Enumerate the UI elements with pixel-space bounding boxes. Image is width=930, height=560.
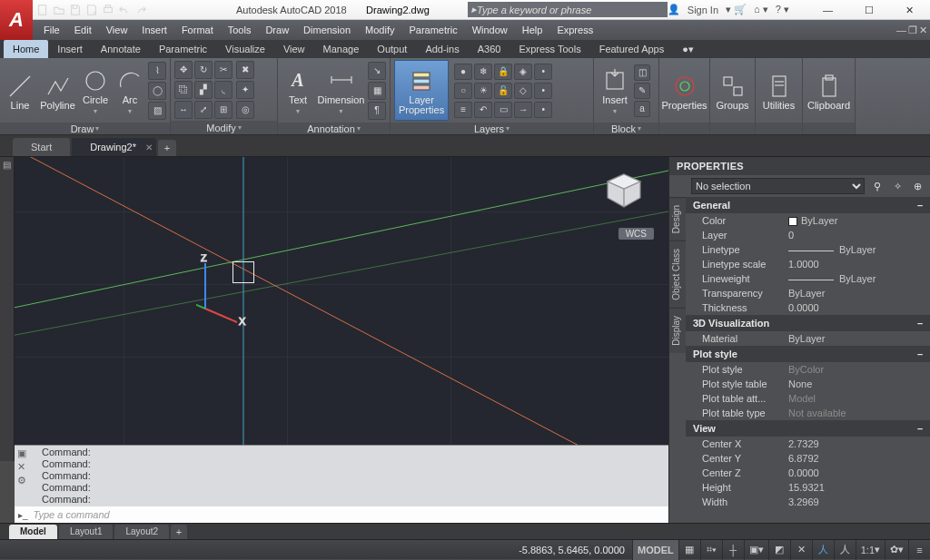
prop-row-width[interactable]: Width3.2969 <box>686 495 930 509</box>
save-icon[interactable] <box>67 2 84 18</box>
ribbon-tab-visualize[interactable]: Visualize <box>216 40 274 58</box>
doc-restore[interactable]: ❐ <box>908 25 917 36</box>
stretch-icon[interactable]: ↔ <box>174 101 193 119</box>
tool-ellipse-icon[interactable]: ◯ <box>148 82 166 100</box>
ribbon-tab-annotate[interactable]: Annotate <box>92 40 150 58</box>
layer-uniso-icon[interactable]: ◇ <box>514 83 532 99</box>
tool-spline-icon[interactable]: ⌇ <box>148 62 166 80</box>
text-button[interactable]: AText▼ <box>282 60 314 121</box>
prop-row-height[interactable]: Height15.9321 <box>686 480 930 495</box>
ribbon-tab-add-ins[interactable]: Add-ins <box>416 40 468 58</box>
prop-row-thickness[interactable]: Thickness0.0000 <box>686 300 930 315</box>
layer-more3-icon[interactable]: • <box>534 102 552 118</box>
ribbon-tab-manage[interactable]: Manage <box>314 40 369 58</box>
signin-icon[interactable]: 👤 <box>668 4 680 15</box>
create-block-icon[interactable]: ◫ <box>634 64 650 81</box>
utilities-button[interactable]: Utilities <box>759 60 798 121</box>
ribbon-tab-express-tools[interactable]: Express Tools <box>510 40 589 58</box>
prop-row-layer[interactable]: Layer0 <box>686 228 930 242</box>
erase-icon[interactable]: ✖ <box>236 61 254 79</box>
panel-draw-label[interactable]: Draw <box>0 123 170 134</box>
prop-row-transparency[interactable]: TransparencyByLayer <box>686 286 930 300</box>
scale-icon[interactable]: ⤢ <box>194 101 213 119</box>
selection-dropdown[interactable]: No selection <box>691 178 865 194</box>
layer-more2-icon[interactable]: • <box>534 83 552 99</box>
signin-label[interactable]: Sign In <box>688 5 718 15</box>
layer-off-icon[interactable]: ● <box>454 64 472 80</box>
prop-row-plot-table-att---[interactable]: Plot table att...Model <box>686 391 930 406</box>
layer-unlock-icon[interactable]: 🔓 <box>494 83 512 99</box>
doc-tab-start[interactable]: Start <box>13 138 70 156</box>
mtext-icon[interactable]: ¶ <box>368 102 386 120</box>
layer-thaw-icon[interactable]: ☀ <box>474 83 492 99</box>
props-side-tab-design[interactable]: Design <box>669 197 686 241</box>
ribbon-tab-a360[interactable]: A360 <box>469 40 510 58</box>
clipboard-button[interactable]: Clipboard <box>806 60 851 121</box>
layer-lock-icon[interactable]: 🔒 <box>494 64 512 80</box>
cmd-opts-icon[interactable]: ⚙ <box>17 475 26 486</box>
ribbon-tab-output[interactable]: Output <box>368 40 416 58</box>
offset-icon[interactable]: ◎ <box>236 101 254 119</box>
layer-prev-icon[interactable]: ↶ <box>474 102 492 118</box>
prop-category-plot-style[interactable]: Plot style– <box>686 346 930 362</box>
quickselect-icon[interactable]: ⚲ <box>870 181 885 192</box>
layer-match-icon[interactable]: ≡ <box>454 102 472 118</box>
layer-on-icon[interactable]: ○ <box>454 83 472 99</box>
insert-block-button[interactable]: Insert▼ <box>598 60 632 121</box>
scale-display[interactable]: 1:1▾ <box>856 540 885 560</box>
prop-row-linetype-scale[interactable]: Linetype scale1.0000 <box>686 257 930 271</box>
attr-block-icon[interactable]: a <box>634 101 650 117</box>
wcs-badge[interactable]: WCS <box>618 228 654 240</box>
ortho-toggle-icon[interactable]: ┼ <box>722 540 744 560</box>
menu-window[interactable]: Window <box>465 20 515 40</box>
properties-header[interactable]: PROPERTIES <box>669 157 930 175</box>
rotate-icon[interactable]: ↻ <box>194 61 213 79</box>
menu-tools[interactable]: Tools <box>221 20 259 40</box>
minimize-button[interactable]: — <box>807 0 848 20</box>
plot-icon[interactable] <box>100 2 116 18</box>
snap-toggle-icon[interactable]: ⌗▾ <box>700 540 722 560</box>
command-input[interactable]: ▸_ Type a command <box>15 506 668 523</box>
properties-button[interactable]: Properties <box>663 60 706 121</box>
arc-button[interactable]: Arc▼ <box>114 60 146 121</box>
layer-properties-button[interactable]: Layer Properties <box>394 60 449 121</box>
grid-toggle-icon[interactable]: ▦ <box>678 540 700 560</box>
prop-category-3d-visualization[interactable]: 3D Visualization– <box>686 315 930 331</box>
menu-modify[interactable]: Modify <box>358 20 401 40</box>
layout-tab-add[interactable]: + <box>171 525 187 539</box>
drawing-canvas[interactable]: Z X WCS <box>15 157 668 445</box>
iso-draft-icon[interactable]: ▣▾ <box>744 540 768 560</box>
menu-file[interactable]: File <box>36 20 67 40</box>
panel-annotation-label[interactable]: Annotation <box>278 123 390 134</box>
selectobjects-icon[interactable]: ✧ <box>890 181 905 192</box>
new-icon[interactable] <box>35 2 51 18</box>
ribbon-tab-more[interactable]: ●▾ <box>673 40 703 58</box>
fillet-icon[interactable]: ◟ <box>214 81 232 99</box>
explode-icon[interactable]: ✦ <box>236 81 254 99</box>
cmd-x-icon[interactable]: ✕ <box>17 461 26 473</box>
app-menu-button[interactable]: A <box>0 0 33 40</box>
prop-row-linetype[interactable]: LinetypeByLayer <box>686 242 930 257</box>
autodesk360-icon[interactable]: ⌂ ▾ <box>754 4 768 15</box>
leader-icon[interactable]: ↘ <box>368 62 386 80</box>
doc-tab-drawing2[interactable]: Drawing2*✕ <box>72 138 156 156</box>
prop-row-center-y[interactable]: Center Y6.8792 <box>686 451 930 466</box>
layout-tab-layout2[interactable]: Layout2 <box>114 525 169 539</box>
line-button[interactable]: Line <box>4 60 36 121</box>
prop-row-plot-table-type[interactable]: Plot table typeNot available <box>686 406 930 420</box>
help-icon[interactable]: ? ▾ <box>776 4 789 15</box>
saveas-icon[interactable] <box>84 2 100 18</box>
menu-draw[interactable]: Draw <box>258 20 296 40</box>
3dosnap-icon[interactable]: ✕ <box>790 540 812 560</box>
ribbon-tab-view[interactable]: View <box>274 40 314 58</box>
panel-modify-label[interactable]: Modify <box>171 121 277 134</box>
props-side-tab-display[interactable]: Display <box>669 308 686 353</box>
move-icon[interactable]: ✥ <box>174 61 193 79</box>
menu-help[interactable]: Help <box>515 20 550 40</box>
cmd-close-icon[interactable]: ▣ <box>17 447 26 459</box>
view-cube[interactable] <box>602 171 646 211</box>
modelspace-toggle[interactable]: MODEL <box>632 540 678 560</box>
doc-minimize[interactable]: — <box>896 25 906 36</box>
ribbon-tab-parametric[interactable]: Parametric <box>150 40 216 58</box>
viewport-controls-bar[interactable]: ▤ <box>0 157 15 461</box>
